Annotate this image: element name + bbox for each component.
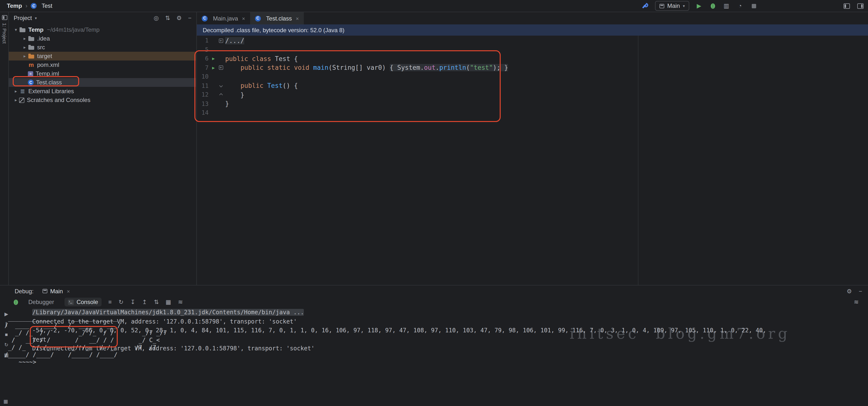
tab-console[interactable]: Console [64, 298, 101, 306]
code-editor[interactable]: 1/.../56▶public class Test {7▶ public st… [197, 36, 868, 285]
class-icon [31, 3, 37, 9]
soft-wrap-icon[interactable]: ≋ [852, 297, 860, 307]
settings-lines-icon[interactable]: ≋ [178, 299, 183, 305]
step-up-icon[interactable]: ↥ [142, 299, 147, 305]
collapse-all-icon[interactable]: ⇅ [165, 14, 170, 22]
expand-collapse-icon[interactable]: ⇅ [154, 299, 159, 305]
tree-item-label: Temp.iml [36, 70, 59, 77]
debug-panel-title: Debug: [14, 287, 33, 295]
fold-collapsed-icon[interactable] [217, 39, 224, 43]
tree-item-src[interactable]: ▸src [9, 43, 196, 52]
sidebar-item-project[interactable]: 1: Project [0, 15, 9, 44]
tab-test-class[interactable]: Test.class [250, 12, 304, 24]
toolwindow-layout-icon[interactable] [843, 1, 850, 11]
tool-buttons-icon[interactable]: ▦ [3, 399, 8, 404]
fold-open-bottom-icon[interactable] [217, 94, 224, 96]
console-output[interactable]: /Library/Java/JavaVirtualMachines/jdk1.8… [13, 307, 868, 406]
more-windows-icon[interactable] [856, 1, 864, 11]
code-line[interactable]: 7▶ public static void main(String[] var0… [197, 63, 868, 72]
hide-panel-icon[interactable]: − [859, 287, 862, 295]
stop-icon[interactable] [750, 1, 757, 11]
stop-icon[interactable]: ■ [5, 332, 8, 337]
code-text: /.../ [225, 37, 244, 44]
breadcrumb-project[interactable]: Temp [7, 2, 22, 9]
code-text: public static void main(String[] var0) {… [225, 64, 508, 71]
tree-item-scratches-and-consoles[interactable]: ▸Scratches and Consoles [9, 96, 196, 104]
chevron-right-icon[interactable]: ▸ [22, 36, 28, 41]
fold-open-top-icon[interactable] [217, 84, 224, 87]
fold-collapsed-icon[interactable] [217, 66, 224, 70]
console-line: Disconnected from the target VM, address… [32, 344, 868, 353]
breadcrumb-target[interactable]: Test [31, 2, 52, 9]
tab-debugger[interactable]: Debugger [25, 298, 57, 306]
chevron-right-icon[interactable]: ▸ [13, 98, 19, 102]
maven-icon [28, 62, 35, 68]
chevron-right-icon[interactable]: ▸ [22, 45, 28, 50]
view-breakpoints-icon[interactable]: ▦ [4, 352, 9, 358]
run-config-select[interactable]: Main▾ [655, 1, 689, 11]
step-down-icon[interactable]: ↧ [130, 299, 135, 305]
folder-icon [28, 53, 35, 59]
line-number: 14 [197, 109, 210, 116]
chevron-down-icon[interactable]: ▾ [35, 16, 37, 20]
chevron-down-icon[interactable]: ▾ [13, 27, 19, 32]
chevron-right-icon[interactable]: ▸ [13, 89, 19, 94]
line-number: 7 [197, 64, 210, 71]
console-icon [68, 299, 73, 305]
console-line: Connected to the target VM, address: '12… [32, 317, 868, 326]
hide-panel-icon[interactable]: − [188, 14, 191, 22]
coverage-icon[interactable]: ▥ [722, 1, 730, 11]
libraries-icon [19, 88, 26, 94]
token: ; [497, 64, 501, 71]
close-icon[interactable] [67, 288, 70, 294]
title-bar: Temp Test Main▾▶▥◔ [0, 0, 868, 12]
code-line[interactable]: 10 [197, 72, 868, 81]
debug-session-tab[interactable]: Main [42, 287, 70, 295]
profiler-icon[interactable]: ◔ [736, 1, 744, 11]
run-gutter-icon[interactable]: ▶ [210, 65, 217, 70]
select-opened-file-icon[interactable]: ◎ [154, 14, 159, 22]
token [225, 82, 241, 90]
code-line[interactable]: 13} [197, 99, 868, 108]
code-line[interactable]: 6▶public class Test { [197, 54, 868, 63]
token: ) [493, 64, 497, 71]
tree-item-external-libraries[interactable]: ▸External Libraries [9, 87, 196, 96]
tree-item-pom-xml[interactable]: pom.xml [9, 61, 196, 69]
run-gutter-icon[interactable]: ▶ [210, 56, 217, 61]
settings-icon[interactable]: ⚙ [846, 287, 852, 295]
rerun-icon[interactable]: ↻ [4, 342, 8, 347]
tab-label: Test.class [266, 15, 292, 22]
token: . [420, 64, 424, 71]
tree-item-temp[interactable]: ▾Temp~/d4m1ts/java/Temp [9, 25, 196, 34]
tab-main-java[interactable]: Main.java [197, 12, 250, 24]
tree-item-idea[interactable]: ▸.idea [9, 34, 196, 43]
tree-item-temp-iml[interactable]: Temp.iml [9, 69, 196, 78]
code-line[interactable]: 1/.../ [197, 36, 868, 45]
console-line: /Library/Java/JavaVirtualMachines/jdk1.8… [32, 308, 868, 317]
resume-icon[interactable]: ▶ [4, 311, 8, 317]
main-toolbar: Main▾▶▥◔ [641, 1, 864, 11]
debug-icon[interactable] [709, 1, 717, 11]
chevron-right-icon[interactable]: ▸ [22, 54, 28, 59]
tree-item-target[interactable]: ▸target [9, 52, 196, 61]
options-menu-icon[interactable]: ≡ [108, 299, 112, 305]
console-text: /Library/Java/JavaVirtualMachines/jdk1.8… [32, 309, 304, 316]
project-panel-title[interactable]: Project [14, 14, 32, 22]
run-icon[interactable]: ▶ [695, 1, 703, 11]
stop-glyph [751, 4, 756, 8]
settings-icon[interactable]: ⚙ [176, 14, 182, 22]
code-line[interactable]: 12 } [197, 90, 868, 99]
pause-icon[interactable]: ∥ [5, 322, 7, 327]
layout-grid-icon[interactable]: ▦ [165, 299, 171, 305]
code-line[interactable]: 5 [197, 45, 868, 54]
tree-item-test-class[interactable]: Test.class [9, 78, 196, 87]
editor-tab-bar: Main.java Test.class [197, 12, 868, 24]
code-line[interactable]: 14 [197, 108, 868, 117]
decompiled-banner-text: Decompiled .class file, bytecode version… [203, 27, 344, 33]
close-icon[interactable] [242, 15, 245, 21]
fold-collapsed-icon [219, 66, 223, 70]
customize-wrench-icon[interactable] [641, 1, 649, 11]
rerun-icon[interactable]: ↻ [119, 299, 124, 305]
code-line[interactable]: 11 public Test() { [197, 81, 868, 90]
close-icon[interactable] [296, 15, 299, 21]
